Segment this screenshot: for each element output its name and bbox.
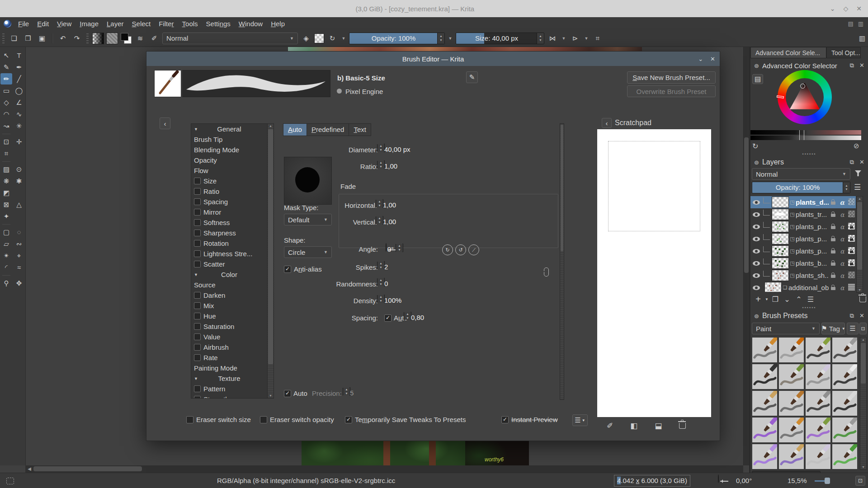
brush-preset-tile[interactable]: [778, 364, 804, 389]
brush-tip-tab[interactable]: Text: [349, 123, 371, 136]
option-checkbox[interactable]: [194, 313, 201, 319]
zoom-slider-handle[interactable]: [825, 478, 830, 484]
menu-item[interactable]: Settings: [202, 20, 235, 28]
close-icon[interactable]: ✕: [856, 5, 862, 12]
layer-lock-icon[interactable]: [829, 260, 838, 267]
spinner[interactable]: ▲▼: [382, 216, 383, 224]
tool-button[interactable]: ✛: [13, 136, 25, 147]
layer-visibility-toggle[interactable]: [750, 237, 762, 241]
chevron-down-icon[interactable]: ▼: [447, 33, 453, 44]
shade-icon[interactable]: ⌄: [698, 56, 703, 62]
wrap-around-mode-button[interactable]: ⌗: [592, 33, 604, 44]
spinner[interactable]: ▲▼: [349, 388, 350, 395]
brush-option-row[interactable]: ▼ Rate: [191, 352, 267, 363]
layer-visibility-toggle[interactable]: [750, 273, 762, 278]
layer-opacity-slider[interactable]: Opacity: 100% ▲▼: [752, 182, 850, 193]
menu-item[interactable]: Filter: [155, 20, 178, 28]
tool-button[interactable]: ✳: [13, 120, 25, 131]
angle-dial[interactable]: [386, 243, 387, 252]
layer-alpha-icon[interactable]: α: [838, 235, 847, 243]
scrollbar-thumb[interactable]: [857, 202, 862, 270]
spinner[interactable]: ▲▼: [382, 200, 383, 207]
scroll-down-icon[interactable]: ▼: [268, 394, 274, 398]
opacity-slider[interactable]: Opacity: 100% ▲▼: [349, 33, 445, 44]
tool-button[interactable]: [0, 273, 12, 277]
layers-scrollbar[interactable]: ▲ ▼: [856, 196, 863, 293]
docker-lock-icon[interactable]: ⊚: [754, 159, 759, 166]
option-checkbox[interactable]: [194, 188, 201, 195]
brush-preset-tile[interactable]: [832, 444, 858, 469]
angle-spinbox[interactable]: 0° ▲▼: [402, 244, 403, 252]
mirror-vertical-button[interactable]: ⊳: [569, 33, 581, 44]
tool-button[interactable]: ⊙: [13, 164, 25, 175]
tool-button[interactable]: ╱: [13, 73, 25, 84]
layer-row[interactable]: plants_p... α: [750, 221, 856, 233]
randomness-slider[interactable]: 0 ▲▼: [384, 278, 385, 286]
brush-preset-tile[interactable]: [805, 337, 831, 363]
canvas-horizontal-scrollbar[interactable]: ◀: [25, 465, 743, 473]
precision-spinbox[interactable]: 5 ▲▼: [349, 387, 350, 396]
color-history-bar-top[interactable]: [750, 130, 861, 135]
brush-preset-tile[interactable]: [805, 390, 831, 416]
brush-option-row[interactable]: ▼ Scatter: [191, 259, 267, 269]
spinner[interactable]: ▲▼: [384, 278, 384, 286]
brush-settings-icon[interactable]: ≋: [134, 33, 146, 44]
menu-item[interactable]: Select: [128, 20, 155, 28]
brush-option-row[interactable]: ▼ Texture: [191, 373, 267, 384]
brush-option-row[interactable]: ▼ Opacity: [191, 155, 267, 165]
layer-blending-combo[interactable]: Normal▼: [752, 168, 850, 180]
zoom-fit-button[interactable]: ⊡: [855, 476, 865, 486]
tool-button[interactable]: ▱: [0, 238, 12, 249]
selection-status-icon[interactable]: [6, 478, 14, 484]
image-size-status[interactable]: 4.042 x 6.000 (3,0 GiB): [614, 475, 690, 487]
layer-lock-icon[interactable]: [829, 248, 838, 255]
tool-button[interactable]: △: [13, 199, 25, 210]
layer-alpha-icon[interactable]: α: [838, 272, 847, 279]
tool-button[interactable]: [0, 132, 12, 136]
layer-alpha-icon[interactable]: α: [838, 248, 847, 255]
docker-toggle-icon[interactable]: ▤: [848, 20, 853, 27]
window-layout-icon[interactable]: ▥: [858, 20, 863, 27]
layer-alpha-lock-icon[interactable]: [847, 259, 856, 267]
option-checkbox[interactable]: [194, 230, 201, 236]
scroll-down-icon[interactable]: ▼: [860, 465, 866, 469]
spacing-slider[interactable]: 0,80 ▲▼: [410, 312, 411, 320]
brush-preset-tile[interactable]: [752, 337, 778, 363]
precision-auto-checkbox[interactable]: [284, 390, 291, 397]
chevron-down-icon[interactable]: ▼: [764, 294, 769, 305]
brush-option-row[interactable]: ▼ Sharpness: [191, 228, 267, 238]
brush-preset-tile[interactable]: [805, 444, 831, 469]
rotate-45-icon[interactable]: ⟋: [468, 244, 479, 255]
refresh-colors-icon[interactable]: ↻: [752, 142, 758, 150]
tool-button[interactable]: ▢: [0, 226, 12, 238]
scrollbar-thumb[interactable]: [561, 125, 563, 251]
layer-row[interactable]: plants_d... α: [750, 196, 856, 208]
layer-visibility-toggle[interactable]: [750, 225, 762, 229]
brush-option-row[interactable]: ▼ Color: [191, 269, 267, 280]
tool-button[interactable]: ⚲: [0, 277, 12, 289]
brush-preset-chooser-icon[interactable]: ✐: [148, 33, 160, 44]
layer-row[interactable]: plants_b... α: [750, 257, 856, 269]
option-checkbox[interactable]: [194, 333, 201, 340]
move-layer-up-button[interactable]: ⌃: [793, 294, 805, 305]
chevron-down-icon[interactable]: ▼: [340, 33, 347, 44]
layer-alpha-lock-icon[interactable]: [847, 272, 856, 280]
layer-row[interactable]: plants_tr... α: [750, 208, 856, 221]
layer-options-icon[interactable]: ☰: [854, 183, 861, 192]
canvas-artwork-top[interactable]: [288, 47, 642, 51]
disable-icon[interactable]: ⊘: [854, 142, 859, 150]
gradient-swatch-button[interactable]: [92, 33, 104, 44]
layer-alpha-icon[interactable]: α: [838, 199, 847, 206]
tool-button[interactable]: ◜: [0, 262, 12, 273]
brush-option-row[interactable]: ▼ Mix: [191, 300, 267, 311]
spinner[interactable]: ▲▼: [384, 161, 384, 169]
tab-advanced-color-selector[interactable]: Advanced Color Sele...: [750, 47, 826, 58]
brush-option-row[interactable]: ▼ Strength: [191, 394, 267, 399]
tool-button[interactable]: T: [13, 50, 25, 61]
save-new-preset-button[interactable]: Save New Brush Preset...: [627, 71, 716, 84]
layer-alpha-icon[interactable]: α: [838, 223, 847, 230]
minimize-icon[interactable]: ⌄: [830, 5, 835, 12]
canvas-artwork-bottom[interactable]: worthy6: [302, 441, 529, 465]
preset-display-settings-button[interactable]: ⊡: [859, 323, 867, 334]
overwrite-preset-button[interactable]: Overwrite Brush Preset: [627, 85, 716, 97]
